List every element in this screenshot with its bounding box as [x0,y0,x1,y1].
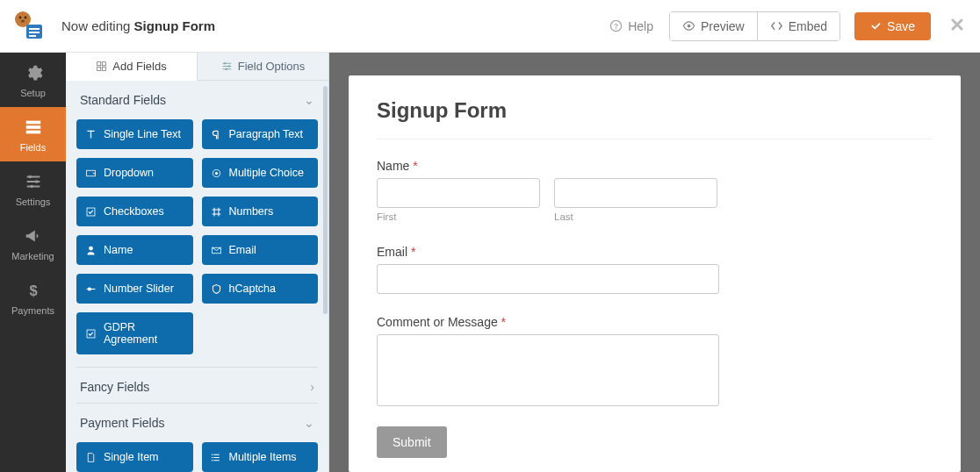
nav-fields[interactable]: Fields [0,107,66,161]
field-multiple-items[interactable]: Multiple Items [202,442,319,472]
field-label: Single Line Text [104,128,181,140]
submit-button[interactable]: Submit [377,426,447,458]
field-multiple-choice[interactable]: Multiple Choice [202,158,319,188]
sliders-small-icon [221,61,233,72]
tab-field-options[interactable]: Field Options [198,53,328,81]
svg-point-23 [227,65,229,67]
field-name[interactable]: Name [76,235,193,265]
dropdown-icon [85,168,97,179]
svg-rect-20 [97,67,101,70]
help-link[interactable]: ? Help [609,19,653,33]
svg-point-33 [211,454,213,455]
email-input[interactable] [377,264,719,294]
svg-text:$: $ [29,282,37,298]
comment-textarea[interactable] [377,334,719,406]
nav-marketing-label: Marketing [11,251,54,261]
required-asterisk: * [413,159,417,173]
nav-marketing[interactable]: Marketing [0,216,66,270]
section-payment-fields[interactable]: Payment Fields ⌄ [76,404,318,439]
nav-setup-label: Setup [20,88,46,98]
svg-point-1 [19,16,22,18]
svg-text:?: ? [614,22,618,31]
embed-label: Embed [789,19,827,33]
preview-card: Signup Form Name * First Last Email * [349,75,961,472]
help-icon: ? [609,19,623,32]
nav-setup[interactable]: Setup [0,53,66,107]
top-bar: Now editing Signup Form ? Help Preview E… [0,0,980,53]
required-asterisk: * [501,315,506,329]
first-sublabel: First [377,211,540,222]
svg-rect-18 [97,62,101,66]
last-name-input[interactable] [554,178,717,208]
field-paragraph-text[interactable]: Paragraph Text [202,119,319,149]
text-icon [85,129,97,140]
svg-point-34 [211,456,213,458]
field-checkboxes[interactable]: Checkboxes [76,197,193,226]
name-field-group: First Last [377,178,933,222]
field-label: Multiple Items [229,451,297,463]
svg-rect-5 [29,28,40,30]
section-payment-label: Payment Fields [80,416,164,430]
svg-point-22 [224,62,226,64]
field-single-item[interactable]: Single Item [76,442,193,472]
save-button[interactable]: Save [854,12,931,40]
embed-button[interactable]: Embed [757,12,839,40]
field-label: Number Slider [104,282,174,295]
nav-fields-label: Fields [20,142,46,153]
svg-rect-21 [103,67,106,70]
nav-payments-label: Payments [11,305,54,316]
svg-rect-19 [103,62,106,66]
svg-point-10 [688,25,691,28]
svg-point-15 [34,180,38,183]
payment-fields-grid: Single Item Multiple Items [76,439,318,472]
section-fancy-label: Fancy Fields [80,380,149,394]
slider-icon [85,283,97,295]
wpforms-logo [11,9,46,44]
bullhorn-icon [24,226,43,246]
grid-icon [96,61,107,72]
editing-label: Now editing Signup Form [61,18,215,33]
tab-add-fields[interactable]: Add Fields [66,53,198,81]
close-button[interactable] [950,16,964,36]
shield-icon [211,283,222,295]
comment-label-text: Comment or Message [377,315,498,329]
svg-rect-7 [29,35,36,37]
paragraph-icon [211,129,222,140]
standard-fields-grid: Single Line Text Paragraph Text Dropdown… [76,116,318,367]
gear-icon [24,63,43,82]
last-sublabel: Last [554,211,717,222]
field-label: Numbers [229,205,274,218]
field-numbers[interactable]: Numbers [202,197,319,226]
nav-settings[interactable]: Settings [0,161,66,216]
radio-icon [211,168,222,179]
field-hcaptcha[interactable]: hCaptcha [202,274,319,304]
field-label: Paragraph Text [229,128,304,140]
section-fancy-fields[interactable]: Fancy Fields › [76,368,318,403]
envelope-icon [211,245,222,256]
user-icon [85,245,97,256]
nav-payments[interactable]: $ Payments [0,270,66,325]
svg-rect-6 [29,32,40,33]
preview-button[interactable]: Preview [670,12,757,40]
field-single-line-text[interactable]: Single Line Text [76,119,193,149]
required-asterisk: * [411,245,415,259]
field-number-slider[interactable]: Number Slider [76,274,193,304]
chevron-down-icon: ⌄ [304,93,314,107]
section-standard-fields[interactable]: Standard Fields ⌄ [76,81,318,116]
field-email[interactable]: Email [202,235,319,265]
preview-label: Preview [701,19,745,33]
field-gdpr-agreement[interactable]: GDPR Agreement [76,312,193,354]
field-label: Email [229,244,256,256]
name-label: Name * [377,159,933,173]
email-label: Email * [377,245,933,259]
document-icon [85,452,97,463]
left-nav: Setup Fields Settings Marketing $ Paymen… [0,53,66,472]
first-name-input[interactable] [377,178,540,208]
field-dropdown[interactable]: Dropdown [76,158,193,188]
field-label: Multiple Choice [229,167,304,179]
help-label: Help [628,19,653,33]
svg-point-31 [88,287,91,290]
svg-point-16 [30,185,33,189]
check-square-icon [85,328,97,340]
panel-scrollbar[interactable] [323,86,328,314]
